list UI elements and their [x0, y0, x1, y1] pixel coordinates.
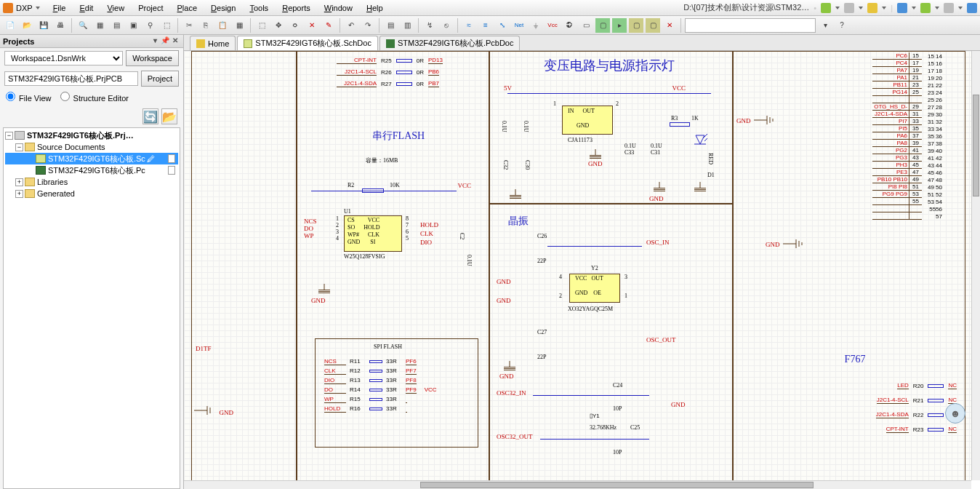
pin-row: PC61515 14 [872, 52, 942, 60]
menu-project[interactable]: Project [138, 4, 163, 12]
tree-schdoc[interactable]: STM32F429IGT6核心板.Sc🖉 [5, 153, 178, 164]
panel-menu-button[interactable]: ▾ [150, 36, 160, 47]
tree-pcbdoc[interactable]: STM32F429IGT6核心板.Pc [5, 164, 178, 176]
f767-row: J2C1-4-SDA R22 NC [840, 408, 957, 422]
nav-forward-icon[interactable] [844, 3, 854, 13]
paste-button[interactable]: 📋 [215, 18, 230, 33]
zoom-in-button[interactable]: ⚲ [142, 18, 157, 33]
chart-icon[interactable] [897, 3, 907, 13]
horizontal-scrollbar[interactable] [184, 480, 971, 489]
hierarchy-button[interactable]: ▤ [383, 18, 398, 33]
sheet-button[interactable]: ▤ [109, 18, 124, 33]
chevron-down-icon[interactable] [835, 7, 840, 9]
project-tree[interactable]: − STM32F429IGT6核心板.Prj… − Source Documen… [3, 127, 180, 489]
cut-button[interactable]: ✂ [182, 18, 196, 33]
spi-row: CLK R12 33RPF7 [324, 366, 437, 375]
tree-source-documents[interactable]: − Source Documents [5, 141, 178, 153]
cross-probe-button[interactable]: ↯ [422, 18, 437, 33]
clear-button[interactable]: ✕ [305, 18, 319, 33]
zoom-area-button[interactable]: ⬚ [159, 18, 174, 33]
browse-button[interactable]: ⎋ [439, 18, 454, 33]
vertical-scrollbar[interactable] [971, 51, 980, 480]
chevron-down-icon[interactable] [958, 7, 963, 9]
panel-pin-button[interactable]: 📌 [160, 36, 170, 47]
scrollbar-thumb[interactable] [973, 95, 979, 196]
harness-button[interactable]: ▢ [629, 18, 643, 33]
grid-icon[interactable] [967, 3, 977, 13]
combo-go-button[interactable]: ▾ [818, 18, 832, 33]
menu-reports[interactable]: Reports [282, 4, 310, 12]
chevron-down-icon[interactable] [935, 7, 939, 9]
find-button[interactable]: ✎ [321, 18, 336, 33]
menu-edit[interactable]: Edit [79, 4, 93, 12]
move-button[interactable]: ✥ [271, 18, 286, 33]
deselect-button[interactable]: ⭘ [288, 18, 302, 33]
layers-icon[interactable] [944, 3, 954, 13]
open-button[interactable]: 📂 [20, 18, 34, 33]
tree-libraries[interactable]: + Libraries [5, 176, 178, 188]
tree-root[interactable]: − STM32F429IGT6核心板.Prj… [5, 130, 178, 141]
spi-row: DO R14 33RPF9VCC [324, 385, 437, 394]
bus-button[interactable]: ≡ [478, 18, 493, 33]
dxp-menu[interactable]: DXP [3, 3, 40, 13]
workspace-button[interactable]: Workspace [126, 50, 179, 66]
panel-close-button[interactable]: ✕ [170, 36, 180, 47]
menu-place[interactable]: Place [177, 4, 198, 12]
fit-button[interactable]: ▣ [126, 18, 140, 33]
project-field[interactable] [4, 71, 138, 86]
tree-generated[interactable]: + Generated [5, 188, 178, 199]
part-button[interactable]: ▭ [579, 18, 593, 33]
compile-button[interactable]: ▦ [92, 18, 107, 33]
tab-schdoc[interactable]: STM32F429IGT6核心板.SchDoc [237, 36, 378, 50]
harness2-button[interactable]: ▢ [646, 18, 660, 33]
redo-button[interactable]: ↷ [361, 18, 375, 33]
chevron-down-icon[interactable] [882, 7, 886, 9]
fav-icon[interactable] [920, 3, 931, 13]
preview-button[interactable]: 🔍 [76, 18, 90, 33]
net-label-button[interactable]: Net [512, 18, 526, 33]
home-icon[interactable] [867, 3, 877, 13]
scrollbar-thumb[interactable] [420, 482, 814, 488]
menu-view[interactable]: View [107, 4, 124, 12]
bus-entry-button[interactable]: ⤡ [495, 18, 510, 33]
noerr-button[interactable]: ✕ [662, 18, 677, 33]
sheet-symbol-button[interactable]: ▢ [595, 18, 610, 33]
menu-window[interactable]: Window [324, 4, 353, 12]
select-button[interactable]: ⬚ [254, 18, 269, 33]
tab-pcbdoc[interactable]: STM32F429IGT6核心板.PcbDoc [379, 36, 521, 50]
tab-home[interactable]: Home [190, 36, 236, 50]
search-combo[interactable] [685, 18, 816, 33]
help-button[interactable]: ? [835, 18, 849, 33]
project-button[interactable]: Project [141, 71, 179, 87]
structure-editor-radio[interactable]: Structure Editor [60, 92, 129, 103]
hierarchy2-button[interactable]: ▥ [400, 18, 414, 33]
vcc-button[interactable]: Vcc [545, 18, 560, 33]
workspace-combo[interactable]: Workspace1.DsnWrk [4, 51, 123, 65]
menu-tools[interactable]: Tools [249, 4, 268, 12]
undo-button[interactable]: ↶ [344, 18, 358, 33]
nav-back-icon[interactable] [821, 3, 831, 13]
open-doc-button[interactable]: 📂 [161, 108, 177, 124]
sheet-entry-button[interactable]: ▸ [612, 18, 627, 33]
new-button[interactable]: 📄 [3, 18, 17, 33]
chevron-down-icon[interactable] [912, 7, 916, 9]
file-view-radio[interactable]: File View [6, 92, 52, 103]
save-button[interactable]: 💾 [36, 18, 51, 33]
port-button[interactable]: ⮊ [562, 18, 577, 33]
home-icon [196, 39, 205, 48]
wire-button[interactable]: ≈ [462, 18, 476, 33]
schematic-canvas[interactable]: CPT-INT R25 0RPD13J2C1-4-SCL R26 0RPB6J2… [184, 51, 971, 480]
pcbdoc-icon [386, 39, 395, 48]
paste-array-button[interactable]: ▦ [232, 18, 246, 33]
copy-button[interactable]: ⎘ [198, 18, 213, 33]
menu-help[interactable]: Help [366, 4, 383, 12]
assistant-bubble-icon[interactable]: ☻ [945, 403, 965, 424]
chevron-down-icon[interactable] [859, 7, 863, 9]
menu-design[interactable]: Design [211, 4, 236, 12]
pin-row: PA12119 20 [872, 74, 942, 82]
pin-row: PB112321 22 [872, 82, 942, 89]
gnd-button[interactable]: ⏚ [529, 18, 543, 33]
menu-file[interactable]: File [53, 4, 66, 12]
print-button[interactable]: 🖶 [53, 18, 68, 33]
refresh-button[interactable]: 🔄 [142, 108, 158, 124]
